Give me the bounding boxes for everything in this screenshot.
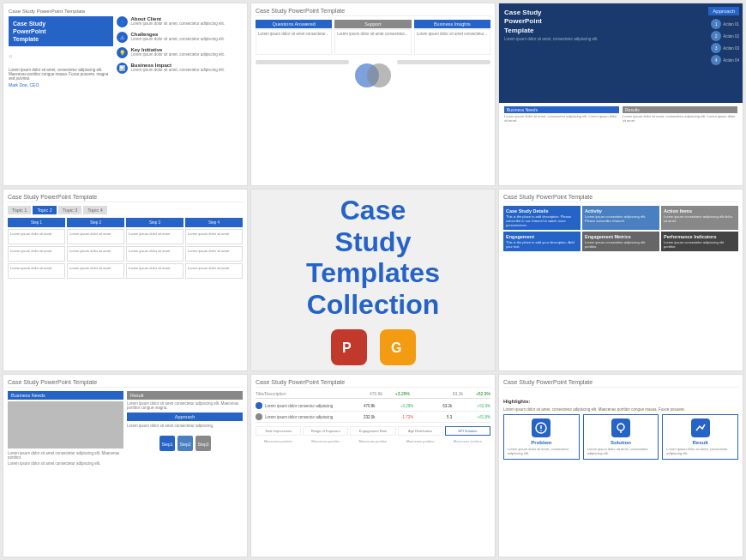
slide-4-r3c3: Lorem ipsum dolor sit amet: [126, 263, 183, 279]
slide-3-subtitle: Lorem ipsum dolor sit amet, consectetur …: [504, 37, 737, 41]
slide-9-result-icon: [691, 418, 710, 437]
slide-7-text1: Lorem ipsum dolor sit amet consectetur a…: [8, 451, 123, 460]
svg-point-13: [617, 424, 624, 431]
svg-text:G: G: [391, 340, 401, 355]
slide-7-text2: Lorem ipsum dolor sit amet consectetur a…: [8, 461, 123, 466]
hero-title: Case Study Templates Collection: [306, 195, 440, 321]
slide-8-row-1: Lorem ipsum dolor consectur adipiscing 4…: [256, 400, 490, 412]
slide-4-r2c2: Lorem ipsum dolor sit amet: [67, 246, 124, 262]
slide-4-r1c2: Lorem ipsum dolor sit amet: [67, 229, 124, 244]
slide-3-action-1: 1 Action 01: [711, 19, 739, 29]
slide-thumbnail-4: Case Study PowerPoint Template Topic 1 T…: [3, 189, 248, 372]
slide-9-problem-title: Problem: [508, 440, 575, 445]
slide-8-col-headers: Title/Description 470.8k +3.29% 63.2k +5…: [256, 391, 490, 399]
slide-2-col-2: Support: [334, 20, 411, 28]
svg-text:Step2: Step2: [179, 442, 190, 447]
slide-thumbnail-7: Case Study PowerPoint Template Business …: [3, 374, 248, 557]
slide-3-action-4: 4 Action 04: [711, 55, 739, 65]
slide-3-needs-text: Lorem ipsum dolor sit amet, consectetur …: [504, 114, 619, 123]
slide-thumbnail-6: Case Study PowerPoint Template Case Stud…: [498, 189, 743, 372]
slide-3-results-text: Lorem ipsum dolor sit amet, consectetur …: [623, 114, 737, 123]
slide-1-item-2: ⚠ Challenges Lorem ipsum dolor sit amet,…: [117, 32, 242, 43]
slide-4-col-h1: Step 1: [8, 218, 65, 227]
slide-8-header: Case Study PowerPoint Template: [256, 379, 490, 388]
slide-2-bar-2: [397, 60, 490, 64]
slide-4-tab-1: Topic 1: [8, 206, 31, 214]
slide-1-attribution: Mark Doe, CEO: [9, 82, 113, 87]
slide-thumbnail-8: Case Study PowerPoint Template Title/Des…: [250, 374, 496, 557]
svg-text:P: P: [342, 340, 352, 355]
slide-2-bar-1: [256, 60, 349, 64]
slide-8-bottom-grid: Total Impressions Range of Exposure Enga…: [256, 426, 490, 436]
slide-9-result-box: Result Lorem ipsum dolor sit amet, conse…: [662, 414, 738, 460]
slide-1-item-3: 💡 Key Initiative Lorem ipsum dolor sit a…: [117, 47, 242, 58]
hero-center: Case Study Templates Collection P G: [250, 189, 496, 372]
slide-9-header: Case Study PowerPoint Template: [503, 379, 738, 388]
slide-4-r3c2: Lorem ipsum dolor sit amet: [67, 263, 124, 279]
powerpoint-icon: P: [331, 329, 367, 365]
slide-9-solution-text: Lorem ipsum dolor sit amet, consectetur …: [587, 447, 655, 455]
slide-thumbnail-9: Case Study PowerPoint Template Highlight…: [498, 374, 743, 557]
slide-9-solution-box: Solution Lorem ipsum dolor sit amet, con…: [583, 414, 659, 460]
slide-1-item-4: 📊 Business Impact Lorem ipsum dolor sit …: [117, 63, 242, 74]
slide-3-needs-label: Business Needs: [504, 106, 619, 113]
svg-point-12: [541, 431, 543, 432]
slide-4-header: Case Study PowerPoint Template: [8, 194, 243, 202]
slide-1-quote: Lorem ipsum dolor sit amet, consectetur …: [9, 68, 113, 81]
slide-3-title: Case StudyPowerPointTemplate: [504, 9, 737, 35]
slide-4-r1c4: Lorem ipsum dolor sit amet: [185, 229, 243, 244]
slide-6-header: Case Study PowerPoint Template: [503, 194, 738, 202]
slide-1-header: Case Study PowerPoint Template: [9, 9, 242, 14]
slide-7-approach: Approach: [127, 412, 243, 421]
slide-3-results-label: Results: [623, 106, 737, 113]
slide-7-approach-text: Lorem ipsum dolor sit amet consectetur a…: [127, 424, 243, 428]
app-icons: P G: [331, 329, 416, 365]
svg-point-1: [367, 63, 391, 87]
slide-4-r2c4: Lorem ipsum dolor sit amet: [185, 246, 243, 262]
slide-thumbnail-2: Case Study PowerPoint Template Questions…: [250, 3, 496, 186]
slide-4-tab-2: Topic 2: [33, 206, 56, 214]
slide-7-header: Case Study PowerPoint Template: [8, 379, 243, 388]
slide-9-problem-text: Lorem ipsum dolor sit amet, consectetur …: [508, 447, 575, 455]
slide-7-needs: Business Needs: [8, 391, 123, 400]
slide-2-venn: [352, 58, 394, 101]
svg-text:Step1: Step1: [161, 442, 172, 447]
slide-4-r2c3: Lorem ipsum dolor sit amet: [126, 246, 183, 262]
slide-8-row-2: Lorem ipsum dolor consectur adipiscing 2…: [256, 412, 490, 423]
slide-4-r3c1: Lorem ipsum dolor sit amet: [8, 263, 65, 279]
slide-4-tab-3: Topic 3: [58, 206, 81, 214]
slide-4-r2c1: Lorem ipsum dolor sit amet: [8, 246, 65, 262]
slide-9-solution-title: Solution: [587, 440, 655, 445]
slide-1-item-1: 👤 About Client Lorem ipsum dolor sit ame…: [117, 16, 242, 27]
slide-4-tab-4: Topic 4: [83, 206, 106, 214]
slide-9-problem-icon: [532, 418, 550, 437]
svg-text:Step3: Step3: [197, 442, 208, 447]
slide-7-image: [8, 401, 123, 449]
slide-6-impact: Performance Indicators Lorem ipsum conse…: [661, 232, 738, 251]
slide-4-r3c4: Lorem ipsum dolor sit amet: [185, 263, 243, 279]
slide-4-r1c1: Lorem ipsum dolor sit amet: [8, 229, 65, 244]
slide-9-result-title: Result: [666, 440, 734, 445]
slide-2-col-1: Questions Answered: [256, 20, 332, 28]
slide-4-r1c3: Lorem ipsum dolor sit amet: [126, 229, 183, 244]
slide-3-action-3: 3 Action 03: [711, 43, 739, 53]
slide-1-blue-title: Case StudyPowerPointTemplate: [9, 16, 113, 46]
slide-thumbnail-3: Case StudyPowerPointTemplate Lorem ipsum…: [498, 3, 743, 186]
slide-4-col-h3: Step 3: [126, 218, 183, 227]
slide-6-details: Case Study Details This is the place to …: [503, 206, 581, 230]
slide-6-engagement-metrics: Engagement Metrics Lorem ipsum consectet…: [582, 232, 659, 251]
slide-2-header: Case Study PowerPoint Template: [256, 8, 490, 16]
slide-2-col-3: Business Insights: [414, 20, 490, 28]
slide-7-result-text: Lorem ipsum dolor sit amet consectetur a…: [127, 401, 243, 410]
slide-8-bottom-vals: Maecenas porttitor Maecenas porttitor Ma…: [256, 437, 490, 445]
slide-4-col-h2: Step 2: [67, 218, 124, 227]
slide-4-col-h4: Step 4: [185, 218, 243, 227]
slide-9-result-text: Lorem ipsum dolor sit amet, consectetur …: [666, 447, 734, 455]
slide-6-engagement: Engagement This is the place to add your…: [503, 232, 581, 251]
slides-icon: G: [380, 329, 416, 365]
slide-1-quotemark: “ Lorem ipsum dolor sit amet, consectetu…: [9, 51, 113, 87]
slide-9-solution-icon: [611, 418, 630, 437]
slide-9-highlights-label: Highlights:: [503, 399, 530, 404]
slide-7-result: Result: [127, 391, 243, 400]
slide-7-diagram: Step1 Step2 Step3: [127, 431, 243, 457]
